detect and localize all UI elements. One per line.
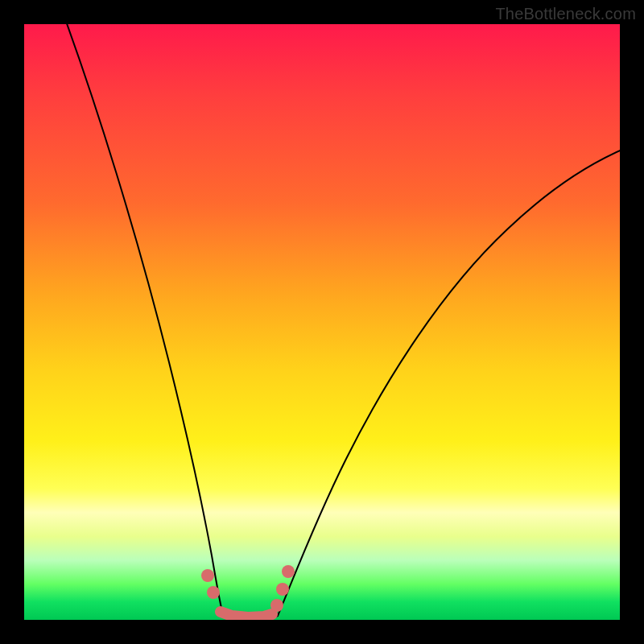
marker-dot bbox=[282, 565, 295, 578]
marker-dot bbox=[270, 599, 283, 612]
left-curve bbox=[61, 24, 224, 617]
marker-dot bbox=[276, 583, 289, 596]
marker-dot bbox=[207, 586, 220, 599]
marker-dot bbox=[201, 569, 214, 582]
chart-svg bbox=[24, 24, 620, 620]
attribution-label: TheBottleneck.com bbox=[495, 5, 636, 23]
outer-frame: TheBottleneck.com bbox=[0, 0, 644, 644]
plot-area bbox=[24, 24, 620, 620]
marker-trough-segment bbox=[221, 612, 272, 617]
right-curve bbox=[278, 149, 620, 616]
